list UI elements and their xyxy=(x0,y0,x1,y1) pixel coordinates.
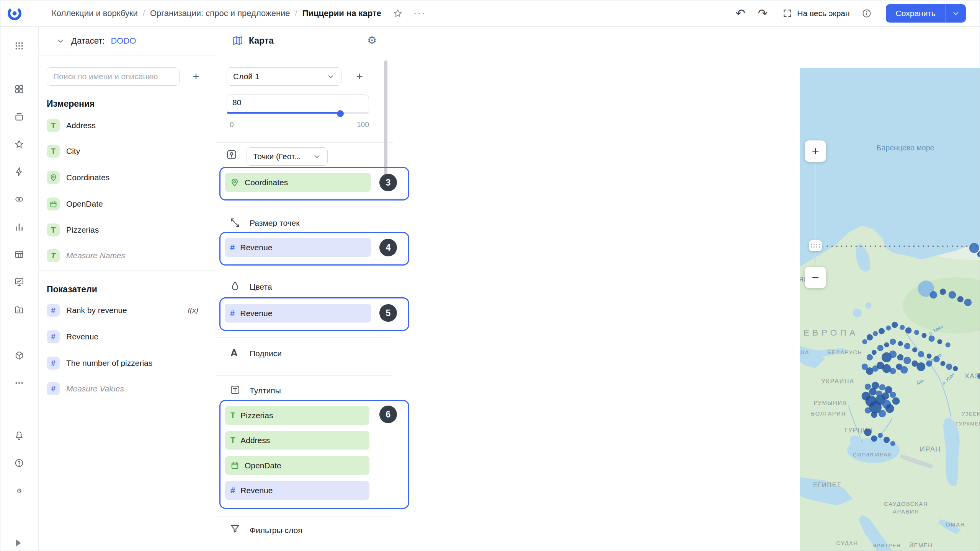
breadcrumb-workbook[interactable]: Организации: спрос и предложение xyxy=(150,8,290,18)
chart-header: Карта ⚙ xyxy=(216,26,393,56)
datasets-icon[interactable] xyxy=(14,249,24,259)
svg-text:БОЛГАРИЯ: БОЛГАРИЯ xyxy=(811,411,846,417)
info-icon[interactable] xyxy=(858,5,875,22)
colors-section-title: Цвета xyxy=(250,282,272,292)
svg-text:РУМЫНИЯ: РУМЫНИЯ xyxy=(813,400,847,406)
more-icon[interactable] xyxy=(14,378,24,388)
dashboards-icon[interactable] xyxy=(14,277,24,287)
opacity-value: 80 xyxy=(232,98,241,107)
opacity-max: 100 xyxy=(342,121,369,129)
settings-gear-icon[interactable]: ⚙ xyxy=(16,487,22,494)
dataset-name-link[interactable]: DODO xyxy=(111,36,136,46)
zoom-in-button[interactable]: + xyxy=(805,140,826,162)
svg-text:УКРАИНА: УКРАИНА xyxy=(821,378,854,385)
zoom-slider-handle[interactable] xyxy=(809,240,822,251)
files-icon[interactable] xyxy=(14,305,24,315)
dataset-label: Датасет: xyxy=(71,36,105,46)
add-field-button[interactable]: + xyxy=(187,67,205,86)
dataset-panel: Датасет: DODO + Измерения T Address T Ci… xyxy=(38,26,216,551)
layer-filters-icon xyxy=(230,523,240,534)
favorite-star-icon[interactable] xyxy=(389,5,406,22)
divider xyxy=(216,272,393,272)
tooltip-field-pizzerias[interactable]: T Pizzerias xyxy=(225,406,369,425)
measures-title: Показатели xyxy=(47,284,97,295)
field-revenue[interactable]: # Revenue xyxy=(47,328,212,345)
number-type-icon: # xyxy=(230,486,235,496)
string-type-icon: T xyxy=(47,223,60,236)
field-opendate[interactable]: OpenDate xyxy=(47,196,212,212)
size-section-title: Размер точек xyxy=(250,218,299,228)
field-city[interactable]: T City xyxy=(47,143,212,160)
pages-icon[interactable] xyxy=(14,84,24,94)
fullscreen-button[interactable]: На весь экран xyxy=(782,8,849,18)
colors-field-chip[interactable]: # Revenue xyxy=(225,304,371,323)
svg-text:АРАВИЯ: АРАВИЯ xyxy=(893,509,919,515)
string-type-icon: T xyxy=(230,436,235,445)
date-type-icon xyxy=(47,197,60,210)
undo-icon[interactable]: ↶ xyxy=(732,7,749,20)
svg-text:ТУРКМЕНИСТАН: ТУРКМЕНИСТАН xyxy=(955,421,980,427)
geopoint-type-icon xyxy=(230,178,239,187)
svg-text:СУДАН: СУДАН xyxy=(836,540,858,546)
filters-section-title: Фильтры слоя xyxy=(250,526,302,535)
breadcrumb-current: Пиццерии на карте xyxy=(302,8,381,18)
help-icon[interactable] xyxy=(14,458,24,468)
connections-icon[interactable] xyxy=(14,194,24,204)
breadcrumb-collections[interactable]: Коллекции и воркбуки xyxy=(52,8,138,18)
redo-icon[interactable]: ↷ xyxy=(754,7,771,20)
svg-text:ЭРИТРЕЯ: ЭРИТРЕЯ xyxy=(872,543,901,548)
divider xyxy=(216,207,393,207)
geotype-select[interactable]: Точки (Геот... xyxy=(247,147,328,166)
svg-text:ЙЕМЕН: ЙЕМЕН xyxy=(909,542,933,548)
divider xyxy=(216,517,393,517)
add-layer-button[interactable]: + xyxy=(350,67,369,86)
map-canvas[interactable]: КарскоемореБаренцево моремореЛаптевыхОхо… xyxy=(800,68,980,551)
services-icon[interactable] xyxy=(14,350,24,360)
panel-scrollbar[interactable] xyxy=(384,60,387,186)
grip-dots-icon xyxy=(810,243,821,248)
field-number-of-pizzerias[interactable]: # The number of pizzerias xyxy=(47,355,212,372)
divider xyxy=(216,375,393,376)
size-field-chip[interactable]: # Revenue xyxy=(225,238,371,257)
field-measure-values[interactable]: # Measure Values xyxy=(47,380,212,397)
field-coordinates[interactable]: Coordinates xyxy=(47,169,212,186)
opacity-handle[interactable] xyxy=(337,110,344,117)
save-button[interactable]: Сохранить xyxy=(886,4,946,23)
tooltip-field-revenue[interactable]: # Revenue xyxy=(225,481,369,500)
divider xyxy=(216,142,393,143)
annotation-badge-3: 3 xyxy=(379,174,397,191)
svg-text:ИРАН: ИРАН xyxy=(920,445,941,453)
collections-icon[interactable] xyxy=(14,112,24,122)
field-measure-names[interactable]: T Measure Names xyxy=(47,247,212,264)
apps-menu-icon[interactable] xyxy=(14,41,24,51)
date-type-icon xyxy=(230,461,239,470)
svg-text:ЕВРОПА: ЕВРОПА xyxy=(804,328,859,337)
datalens-logo-icon[interactable] xyxy=(6,5,23,22)
dataset-header[interactable]: Датасет: DODO xyxy=(38,26,216,55)
content-area: КарскоемореБаренцево моремореЛаптевыхОхо… xyxy=(393,26,980,551)
number-type-icon: # xyxy=(47,357,60,370)
chart-gear-icon[interactable]: ⚙ xyxy=(367,34,377,47)
search-input[interactable] xyxy=(47,67,180,86)
tooltip-field-address[interactable]: T Address xyxy=(225,431,369,450)
notifications-icon[interactable] xyxy=(14,430,24,440)
map-base: КарскоемореБаренцево моремореЛаптевыхОхо… xyxy=(800,68,980,551)
opacity-slider[interactable]: 80 xyxy=(227,95,369,113)
field-address[interactable]: T Address xyxy=(47,117,212,134)
save-options-chevron[interactable] xyxy=(946,4,966,23)
chevron-down-icon xyxy=(56,36,65,46)
favorites-icon[interactable] xyxy=(14,139,24,149)
layer-select[interactable]: Слой 1 xyxy=(227,67,341,86)
editor-icon[interactable] xyxy=(14,167,24,177)
charts-icon[interactable] xyxy=(14,222,24,232)
collapse-panel-icon[interactable] xyxy=(16,540,21,546)
tooltips-icon xyxy=(230,385,240,395)
more-actions-icon[interactable]: ··· xyxy=(411,5,428,22)
field-pizzerias[interactable]: T Pizzerias xyxy=(47,222,212,238)
tooltip-field-opendate[interactable]: OpenDate xyxy=(225,456,369,475)
annotation-badge-6: 6 xyxy=(379,406,397,423)
field-rank-by-revenue[interactable]: # Rank by revenue f(x) xyxy=(47,302,212,319)
chart-type-title[interactable]: Карта xyxy=(249,36,274,46)
zoom-out-button[interactable]: − xyxy=(805,267,826,288)
geopoints-field-chip[interactable]: Coordinates xyxy=(225,173,371,192)
